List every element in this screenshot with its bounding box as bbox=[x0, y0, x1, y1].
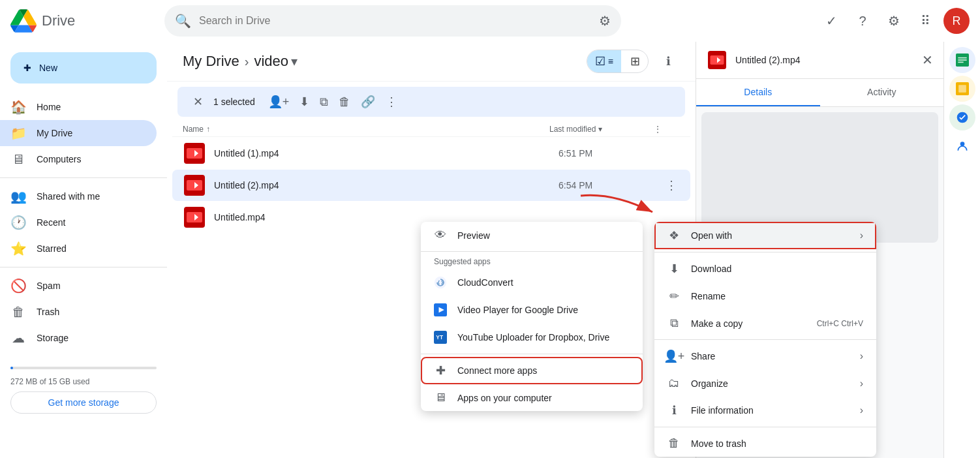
sidebar-label-recent: Recent bbox=[37, 217, 65, 228]
apps-icon-btn[interactable]: ⠿ bbox=[912, 8, 938, 34]
menu-item-apps-on-computer[interactable]: 🖥 Apps on your computer bbox=[421, 384, 643, 411]
sidebar-label-mydrive: My Drive bbox=[37, 128, 72, 138]
add-person-button[interactable]: 👤+ bbox=[266, 92, 292, 112]
organize-icon: 🗂 bbox=[667, 376, 681, 390]
shared-icon: 👥 bbox=[10, 189, 26, 204]
sidebar-label-computers: Computers bbox=[37, 154, 81, 164]
share-label: Share bbox=[691, 351, 715, 361]
col-modified-header[interactable]: Last modified ▾ bbox=[549, 125, 654, 134]
open-with-icon: ❖ bbox=[667, 228, 681, 243]
menu-item-connect-more[interactable]: ✚ Connect more apps bbox=[421, 357, 643, 384]
selection-close-button[interactable]: ✕ bbox=[193, 95, 203, 109]
preview-button[interactable]: ⧉ bbox=[317, 93, 331, 112]
make-copy-label: Make a copy bbox=[691, 318, 806, 329]
apps-computer-label: Apps on your computer bbox=[457, 393, 630, 403]
file-more-button-2[interactable]: ⋮ bbox=[663, 176, 680, 195]
tab-activity[interactable]: Activity bbox=[820, 79, 944, 106]
settings-icon-btn[interactable]: ⚙ bbox=[881, 8, 907, 34]
col-modified-sort-icon: ▾ bbox=[598, 125, 602, 134]
list-view-button[interactable]: ☑ ≡ bbox=[587, 50, 621, 72]
storage-icon: ☁ bbox=[10, 330, 26, 346]
file-modified-1: 6:51 PM bbox=[559, 148, 663, 159]
col-actions-header: ⋮ bbox=[654, 125, 680, 134]
menu-item-rename[interactable]: ✏ Rename bbox=[654, 282, 876, 310]
svg-text:YT: YT bbox=[436, 334, 443, 341]
more-actions-button[interactable]: ⋮ bbox=[383, 92, 400, 112]
top-bar: Drive 🔍 ⚙ ✓ ? ⚙ ⠿ R bbox=[0, 0, 980, 42]
organize-arrow: › bbox=[860, 378, 863, 389]
file-information-icon: ℹ bbox=[667, 403, 681, 418]
breadcrumb-root[interactable]: My Drive bbox=[183, 53, 239, 70]
get-storage-button[interactable]: Get more storage bbox=[10, 391, 157, 414]
sidebar-item-recent[interactable]: 🕐 Recent bbox=[0, 209, 157, 236]
open-with-label: Open with bbox=[691, 230, 732, 241]
menu-item-open-with[interactable]: ❖ Open with › bbox=[654, 222, 876, 249]
file-list-header: Name ↑ Last modified ▾ ⋮ bbox=[172, 122, 690, 137]
menu-item-videoplayer[interactable]: Video Player for Google Drive bbox=[421, 296, 643, 324]
file-icon-1 bbox=[183, 142, 206, 165]
tab-details[interactable]: Details bbox=[696, 79, 820, 106]
sidebar-item-home[interactable]: 🏠 Home bbox=[0, 94, 157, 120]
make-copy-icon: ⧉ bbox=[667, 316, 681, 330]
new-button-label: New bbox=[39, 63, 57, 73]
make-copy-shortcut: Ctrl+C Ctrl+V bbox=[817, 319, 863, 328]
menu-item-download[interactable]: ⬇ Download bbox=[654, 255, 876, 282]
storage-bar-bg bbox=[10, 367, 157, 369]
drive-logo-icon bbox=[10, 8, 37, 34]
check-icon-btn[interactable]: ✓ bbox=[818, 8, 844, 34]
panel-close-button[interactable]: ✕ bbox=[922, 52, 933, 68]
computers-icon: 🖥 bbox=[10, 152, 26, 167]
trash-action-icon: 🗑 bbox=[667, 436, 681, 450]
help-icon-btn[interactable]: ? bbox=[850, 8, 876, 34]
menu-divider-3 bbox=[654, 252, 876, 252]
share-arrow: › bbox=[860, 350, 863, 362]
col-name-header[interactable]: Name ↑ bbox=[183, 125, 549, 134]
info-button[interactable]: ℹ bbox=[656, 50, 680, 73]
menu-divider-4 bbox=[654, 339, 876, 340]
delete-button[interactable]: 🗑 bbox=[336, 93, 353, 112]
rs-yellow-icon[interactable] bbox=[949, 76, 975, 102]
context-menu-left: 👁 Preview Suggested apps CloudConvert Vi… bbox=[421, 222, 643, 411]
home-icon: 🏠 bbox=[10, 99, 26, 115]
file-information-label: File information bbox=[691, 405, 754, 416]
content-header: My Drive › video ▾ ☑ ≡ ⊞ ℹ bbox=[167, 42, 696, 82]
rs-sheets-icon[interactable] bbox=[949, 47, 975, 73]
videoplayer-icon bbox=[434, 303, 447, 317]
storage-area: 272 MB of 15 GB used Get more storage bbox=[0, 351, 167, 424]
col-modified-label: Last modified bbox=[549, 125, 596, 134]
ytuploader-icon: YT bbox=[434, 330, 447, 344]
user-avatar[interactable]: R bbox=[943, 8, 970, 34]
menu-item-file-information[interactable]: ℹ File information › bbox=[654, 397, 876, 424]
sidebar-item-mydrive[interactable]: 📁 My Drive bbox=[0, 120, 157, 146]
link-button[interactable]: 🔗 bbox=[358, 92, 378, 112]
top-right-actions: ✓ ? ⚙ ⠿ R bbox=[818, 8, 970, 34]
sidebar-label-spam: Spam bbox=[37, 281, 61, 291]
table-row[interactable]: Untitled (2).mp4 6:54 PM ⋮ bbox=[172, 170, 690, 201]
menu-item-organize[interactable]: 🗂 Organize › bbox=[654, 370, 876, 397]
sidebar-item-spam[interactable]: 🚫 Spam bbox=[0, 273, 157, 299]
download-button[interactable]: ⬇ bbox=[297, 92, 312, 112]
share-icon: 👤+ bbox=[667, 349, 681, 363]
menu-item-cloudconvert[interactable]: CloudConvert bbox=[421, 269, 643, 296]
sidebar-item-trash[interactable]: 🗑 Trash bbox=[0, 299, 157, 325]
menu-item-move-to-trash[interactable]: 🗑 Move to trash bbox=[654, 430, 876, 457]
ytuploader-label: YouTube Uploader for Dropbox, Drive bbox=[457, 332, 630, 343]
sidebar-item-storage[interactable]: ☁ Storage bbox=[0, 325, 157, 351]
grid-view-button[interactable]: ⊞ bbox=[622, 50, 648, 72]
menu-divider-2 bbox=[421, 354, 643, 354]
rs-tasks-icon[interactable] bbox=[949, 104, 975, 130]
sidebar-item-shared[interactable]: 👥 Shared with me bbox=[0, 183, 157, 209]
sidebar-item-starred[interactable]: ⭐ Starred bbox=[0, 236, 157, 262]
table-row[interactable]: Untitled (1).mp4 6:51 PM ⋮ bbox=[172, 138, 690, 169]
menu-item-preview[interactable]: 👁 Preview bbox=[421, 222, 643, 249]
search-filter-icon[interactable]: ⚙ bbox=[599, 13, 611, 29]
menu-item-make-copy[interactable]: ⧉ Make a copy Ctrl+C Ctrl+V bbox=[654, 310, 876, 337]
rs-contacts-icon[interactable] bbox=[949, 133, 975, 159]
menu-item-share[interactable]: 👤+ Share › bbox=[654, 343, 876, 370]
search-bar[interactable]: 🔍 ⚙ bbox=[164, 5, 621, 37]
breadcrumb-current[interactable]: video ▾ bbox=[254, 53, 298, 70]
search-input[interactable] bbox=[199, 15, 591, 27]
sidebar-item-computers[interactable]: 🖥 Computers bbox=[0, 146, 157, 172]
new-button[interactable]: ✚ New bbox=[10, 52, 157, 84]
menu-item-ytuploader[interactable]: YT YouTube Uploader for Dropbox, Drive bbox=[421, 324, 643, 351]
